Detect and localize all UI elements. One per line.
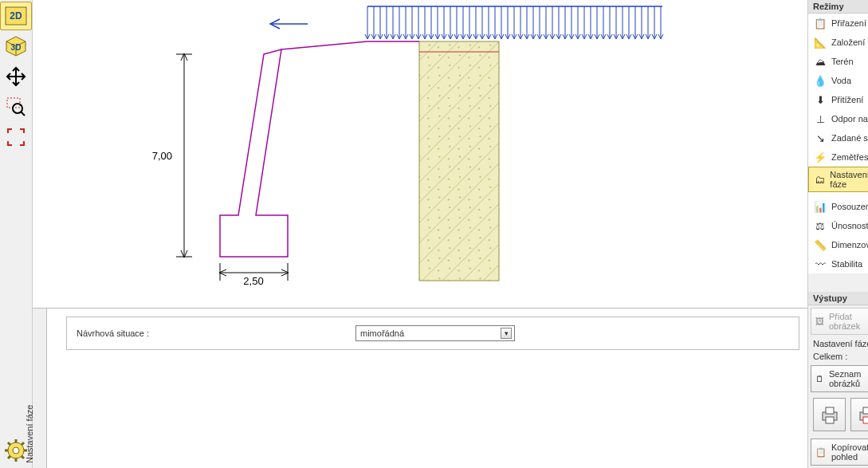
mode-bearing-capacity[interactable]: ⚖Únosnost <box>808 216 868 235</box>
svg-text:3D: 3D <box>11 43 22 52</box>
outputs-section: Výstupy — 🖼 Přidat obrázek Nastavení fáz… <box>808 292 868 468</box>
outputs-header: Výstupy — <box>808 292 868 305</box>
resistance-icon: ⊥ <box>814 112 827 125</box>
mode-foundation[interactable]: 📐Založení <box>808 33 868 52</box>
water-icon: 💧 <box>814 74 827 87</box>
print-button[interactable] <box>813 398 846 431</box>
svg-text:7,00: 7,00 <box>152 150 172 162</box>
image-list-icon: 🗒 <box>815 374 824 383</box>
main-area: 7,00 2,50 Nastavení fáze Návrhová situac… <box>33 0 807 468</box>
svg-line-18 <box>22 442 24 445</box>
svg-line-19 <box>8 456 10 458</box>
pan-button[interactable] <box>0 62 32 91</box>
design-situation-label: Návrhová situace : <box>77 328 348 338</box>
mode-applied-forces[interactable]: ↘Zadané síly <box>808 128 868 147</box>
fit-view-button[interactable] <box>0 123 32 151</box>
output-row-phase: Nastavení fáze : 0 <box>808 337 868 350</box>
zoom-button[interactable] <box>0 92 32 121</box>
form-group: Návrhová situace : mimořádná ▾ <box>66 317 799 350</box>
assignment-icon: 📋 <box>814 17 827 29</box>
combo-value: mimořádná <box>360 328 404 338</box>
svg-rect-92 <box>863 417 868 423</box>
svg-line-16 <box>8 442 10 445</box>
design-situation-combo[interactable]: mimořádná ▾ <box>355 325 515 341</box>
drawing-canvas[interactable]: 7,00 2,50 <box>33 0 807 309</box>
view-3d-button[interactable]: 3D <box>0 32 32 61</box>
svg-text:2D: 2D <box>10 10 22 22</box>
printer-color-icon <box>857 404 868 425</box>
phase-settings-tab-label: Nastavení fáze <box>25 405 34 463</box>
mode-water[interactable]: 💧Voda <box>808 71 868 90</box>
svg-line-9 <box>21 112 25 116</box>
modes-list: 📋Přiřazení 📐Založení ⛰Terén 💧Voda ⬇Přití… <box>808 14 868 273</box>
chevron-down-icon: ▾ <box>501 328 512 339</box>
earthquake-icon: ⚡ <box>814 151 827 163</box>
bottom-panel: Nastavení fáze Návrhová situace : mimořá… <box>33 309 807 468</box>
modes-title: Režimy <box>813 2 844 11</box>
terrain-icon: ⛰ <box>814 55 827 68</box>
phase-settings-icon: 🗂 <box>814 173 825 186</box>
mode-assignment[interactable]: 📋Přiřazení <box>808 14 868 33</box>
svg-line-77 <box>281 41 367 49</box>
modes-header: Režimy — <box>808 0 868 14</box>
svg-point-11 <box>13 447 19 454</box>
mode-phase-settings[interactable]: 🗂Nastavení fáze <box>808 167 868 192</box>
mode-front-resistance[interactable]: ⊥Odpor na líci <box>808 109 868 128</box>
verification-icon: 📊 <box>814 200 827 213</box>
stability-icon: 〰 <box>814 258 827 270</box>
mode-verification[interactable]: 📊Posouzení <box>808 197 868 216</box>
outputs-title: Výstupy <box>813 293 847 303</box>
dimensioning-icon: 📏 <box>814 238 827 251</box>
copy-icon: 📋 <box>815 447 827 458</box>
mode-surcharge[interactable]: ⬇Přitížení <box>808 90 868 109</box>
add-image-button: 🖼 Přidat obrázek <box>811 308 868 335</box>
bearing-icon: ⚖ <box>814 219 827 232</box>
forces-icon: ↘ <box>814 132 827 144</box>
mode-dimensioning[interactable]: 📏Dimenzování <box>808 235 868 254</box>
foundation-icon: 📐 <box>814 36 827 49</box>
printer-icon <box>819 404 840 425</box>
right-panel: Režimy — 📋Přiřazení 📐Založení ⛰Terén 💧Vo… <box>807 0 868 468</box>
svg-line-17 <box>22 456 24 458</box>
left-toolbar: 2D 3D <box>0 0 33 468</box>
view-2d-button[interactable]: 2D <box>0 2 32 30</box>
mode-earthquake[interactable]: ⚡Zemětřesení <box>808 147 868 167</box>
phase-settings-tab[interactable]: Nastavení fáze <box>33 309 47 468</box>
svg-text:2,50: 2,50 <box>243 275 263 287</box>
surcharge-icon: ⬇ <box>814 93 827 106</box>
print-color-button[interactable] <box>850 398 868 431</box>
svg-rect-91 <box>863 407 868 414</box>
mode-terrain[interactable]: ⛰Terén <box>808 52 868 71</box>
image-list-button[interactable]: 🗒 Seznam obrázků <box>811 365 868 392</box>
svg-rect-73 <box>419 41 499 281</box>
copy-view-button[interactable]: 📋 Kopírovat pohled <box>811 439 868 466</box>
svg-rect-89 <box>826 417 834 423</box>
output-row-total: Celkem : 4 <box>808 350 868 363</box>
add-image-icon: 🖼 <box>815 317 824 326</box>
mode-stability[interactable]: 〰Stabilita <box>808 254 868 273</box>
svg-rect-88 <box>826 407 834 414</box>
svg-marker-76 <box>220 49 288 257</box>
